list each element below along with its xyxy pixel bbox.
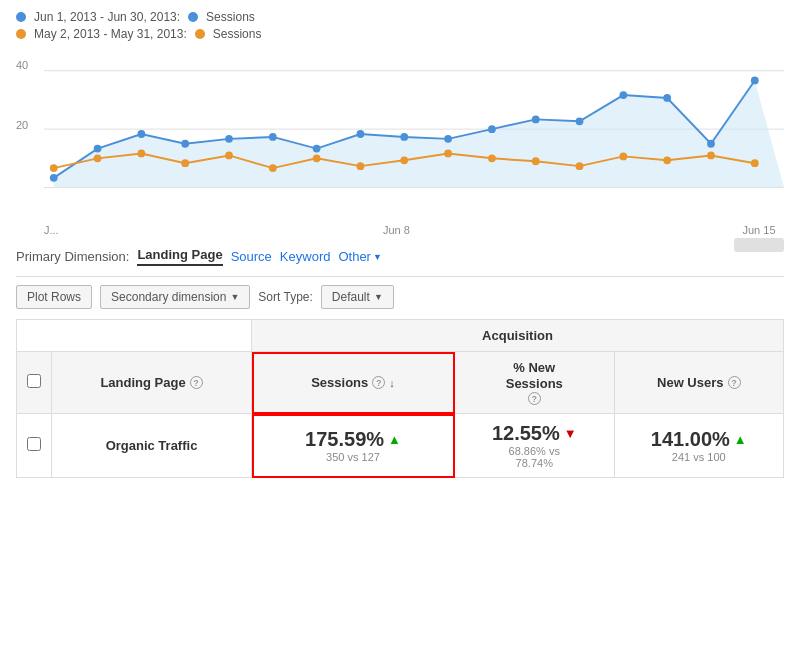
svg-point-20: [751, 77, 759, 85]
legend-label-2: Sessions: [213, 27, 262, 41]
svg-point-28: [357, 162, 365, 170]
plot-rows-button[interactable]: Plot Rows: [16, 285, 92, 309]
svg-point-30: [444, 150, 452, 158]
svg-point-37: [751, 159, 759, 167]
sessions-trend-icon: ▲: [388, 432, 401, 447]
svg-point-17: [619, 91, 627, 99]
legend-item-1: Jun 1, 2013 - Jun 30, 2013: Sessions: [16, 10, 784, 24]
svg-point-31: [488, 154, 496, 162]
col-new-users-label: New Users: [657, 375, 723, 390]
toolbar: Plot Rows Secondary dimension ▼ Sort Typ…: [16, 277, 784, 319]
row-checkbox-cell: [17, 414, 52, 478]
acquisition-header: Acquisition: [252, 320, 784, 352]
svg-point-36: [707, 152, 715, 160]
svg-point-5: [94, 145, 102, 153]
pct-new-vs1: 68.86% vs: [465, 445, 604, 457]
y-label-20: 20: [16, 119, 28, 131]
pct-new-trend-icon: ▼: [564, 426, 577, 441]
svg-point-34: [619, 153, 627, 161]
sort-type-label: Sort Type:: [258, 290, 312, 304]
svg-point-33: [576, 162, 584, 170]
col-header-sessions: Sessions ? ↓: [252, 352, 455, 414]
row-new-users: 141.00% ▲ 241 vs 100: [614, 414, 783, 478]
x-label-start: J...: [44, 224, 59, 252]
legend-date-1: Jun 1, 2013 - Jun 30, 2013:: [34, 10, 180, 24]
col-header-pct-new: % New Sessions ?: [455, 352, 615, 414]
svg-point-10: [313, 145, 321, 153]
select-all-checkbox[interactable]: [27, 374, 41, 388]
legend-dot-blue-2: [188, 12, 198, 22]
svg-point-19: [707, 140, 715, 148]
secondary-dimension-caret: ▼: [230, 292, 239, 302]
legend-dot-orange: [16, 29, 26, 39]
row-checkbox[interactable]: [27, 437, 41, 451]
sessions-sort-arrow[interactable]: ↓: [389, 377, 395, 389]
svg-point-7: [181, 140, 189, 148]
svg-point-16: [576, 117, 584, 125]
landing-help-icon[interactable]: ?: [190, 376, 203, 389]
svg-point-22: [94, 154, 102, 162]
svg-point-32: [532, 157, 540, 165]
sessions-vs: 350 vs 127: [262, 451, 444, 463]
svg-point-21: [50, 164, 58, 172]
svg-point-11: [357, 130, 365, 138]
svg-point-23: [137, 150, 145, 158]
chart-x-labels: J... Jun 8 Jun 15: [44, 224, 784, 252]
legend-dot-orange-2: [195, 29, 205, 39]
x-label-jun8: Jun 8: [383, 224, 410, 252]
chart-container: 40 20: [16, 49, 784, 239]
svg-point-6: [137, 130, 145, 138]
svg-point-13: [444, 135, 452, 143]
pct-new-vs2: 78.74%: [465, 457, 604, 469]
svg-point-15: [532, 116, 540, 124]
svg-point-29: [400, 156, 408, 164]
x-label-jun15: Jun 15: [742, 224, 775, 236]
sessions-pct: 175.59%: [305, 428, 384, 451]
y-label-40: 40: [16, 59, 28, 71]
legend-item-2: May 2, 2013 - May 31, 2013: Sessions: [16, 27, 784, 41]
svg-point-35: [663, 156, 671, 164]
row-sessions: 175.59% ▲ 350 vs 127: [252, 414, 455, 478]
col-header-new-users: New Users ?: [614, 352, 783, 414]
chart-legend: Jun 1, 2013 - Jun 30, 2013: Sessions May…: [16, 10, 784, 41]
col-pct-new-line2: Sessions: [506, 376, 563, 391]
svg-point-8: [225, 135, 233, 143]
pct-new-pct: 12.55%: [492, 422, 560, 445]
col-header-landing: Landing Page ?: [52, 352, 252, 414]
row-label[interactable]: Organic Traffic: [52, 414, 252, 478]
scroll-indicator[interactable]: [734, 238, 784, 252]
new-users-help-icon[interactable]: ?: [728, 376, 741, 389]
row-pct-new: 12.55% ▼ 68.86% vs 78.74%: [455, 414, 615, 478]
new-users-vs: 241 vs 100: [625, 451, 773, 463]
col-landing-label: Landing Page: [100, 375, 185, 390]
x-label-jun15-group: Jun 15: [734, 224, 784, 252]
table-row: Organic Traffic 175.59% ▲ 350 vs 127 12.…: [17, 414, 784, 478]
col-sessions-label: Sessions: [311, 375, 368, 390]
legend-dot-blue: [16, 12, 26, 22]
svg-point-24: [181, 159, 189, 167]
svg-point-12: [400, 133, 408, 141]
main-container: Jun 1, 2013 - Jun 30, 2013: Sessions May…: [0, 0, 800, 488]
sort-default-label: Default: [332, 290, 370, 304]
pct-new-help-icon[interactable]: ?: [528, 392, 541, 405]
sessions-help-icon[interactable]: ?: [372, 376, 385, 389]
svg-point-4: [50, 174, 58, 182]
svg-point-27: [313, 154, 321, 162]
chart-svg: [44, 49, 784, 219]
new-users-pct: 141.00%: [651, 428, 730, 451]
data-table: Acquisition Landing Page ? Sessions ?: [16, 319, 784, 478]
legend-label-1: Sessions: [206, 10, 255, 24]
col-pct-new-line1: % New: [513, 360, 555, 375]
svg-point-18: [663, 94, 671, 102]
sort-default-select[interactable]: Default ▼: [321, 285, 394, 309]
svg-point-14: [488, 125, 496, 133]
svg-point-25: [225, 152, 233, 160]
secondary-dimension-select[interactable]: Secondary dimension ▼: [100, 285, 250, 309]
legend-date-2: May 2, 2013 - May 31, 2013:: [34, 27, 187, 41]
svg-point-9: [269, 133, 277, 141]
other-dropdown-arrow: ▼: [373, 252, 382, 262]
secondary-dimension-label: Secondary dimension: [111, 290, 226, 304]
sort-default-caret: ▼: [374, 292, 383, 302]
new-users-trend-icon: ▲: [734, 432, 747, 447]
svg-marker-3: [54, 80, 784, 187]
